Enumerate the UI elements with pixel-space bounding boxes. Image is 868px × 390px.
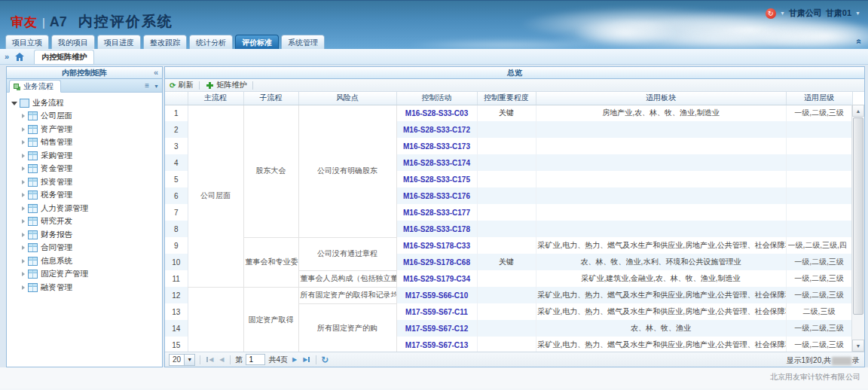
tree-expander-icon[interactable] — [11, 102, 17, 105]
tree-expander-icon[interactable] — [22, 233, 25, 237]
row-number-cell: 8 — [165, 221, 188, 237]
control-activity-link[interactable]: M16-S28-S33-C174 — [396, 154, 477, 171]
column-header[interactable] — [165, 92, 188, 105]
tree-node[interactable]: 资产管理 — [20, 123, 162, 136]
tree-expander-icon[interactable] — [22, 180, 25, 184]
control-activity-link[interactable]: M17-S59-S66-C10 — [396, 287, 477, 303]
tree-expander-icon[interactable] — [22, 259, 25, 264]
table-row[interactable]: 12固定资产取得所有固定资产的取得和记录均M17-S59-S66-C10采矿业,… — [165, 287, 852, 303]
tree-node[interactable]: 信息系统 — [20, 254, 162, 268]
tree-node[interactable]: 销售管理 — [20, 136, 162, 150]
tree-expander-icon[interactable] — [22, 272, 25, 276]
home-icon[interactable] — [15, 53, 24, 61]
prev-page-button[interactable]: ◀ — [218, 356, 225, 363]
vertical-scrollbar[interactable]: ▲ ▼ — [851, 105, 864, 352]
tree-node[interactable]: 财务报告 — [20, 228, 162, 242]
notification-icon[interactable]: ↻ — [766, 8, 776, 19]
tree-node[interactable]: 资金管理 — [20, 163, 162, 176]
chevron-double-icon[interactable]: » — [5, 52, 9, 61]
control-activity-link[interactable]: M16-S28-S33-C03 — [396, 105, 477, 121]
column-header[interactable]: 适用层级 — [786, 92, 852, 105]
control-activity-link[interactable]: M16-S28-S33-C176 — [396, 187, 477, 204]
tree-expander-icon[interactable] — [22, 285, 25, 290]
tree-node[interactable]: 融资管理 — [20, 281, 162, 294]
tree-expander-icon[interactable] — [22, 154, 25, 158]
sub-process-cell: 董事会和专业委员 — [243, 237, 298, 287]
row-number-cell: 9 — [165, 237, 188, 254]
nav-tab[interactable]: 我的项目 — [51, 35, 95, 49]
tree-node[interactable]: 合同管理 — [20, 242, 162, 255]
tree-expander-icon[interactable] — [22, 127, 25, 132]
tree-expander-icon[interactable] — [22, 206, 25, 211]
tree-expander-icon[interactable] — [22, 245, 25, 250]
caret-down-icon[interactable]: ▼ — [855, 11, 860, 16]
control-activity-link[interactable]: M16-S28-S33-C172 — [396, 121, 477, 138]
matrix-icon — [28, 138, 38, 147]
table-row[interactable]: 1公司层面股东大会公司没有明确股东M16-S28-S33-C03关键房地产业,农… — [165, 105, 852, 121]
tree-expander-icon[interactable] — [22, 166, 25, 171]
control-activity-link[interactable]: M17-S59-S67-C13 — [396, 337, 477, 352]
menu-icon[interactable]: ≡ — [145, 81, 149, 90]
censored-count — [832, 357, 851, 365]
table-row[interactable]: 9董事会和专业委员公司没有通过章程M16-S29-S178-C33采矿业,电力、… — [165, 237, 852, 254]
matrix-maintain-button[interactable]: 矩阵维护 — [203, 80, 249, 90]
record-info: 显示1到20,共 录 — [787, 355, 860, 366]
tree-node[interactable]: 研究开发 — [20, 215, 162, 229]
tree-node[interactable]: 固定资产管理 — [20, 268, 162, 282]
collapse-header-icon[interactable]: « — [854, 39, 865, 44]
page-size-select[interactable]: 20 ▼ — [169, 354, 195, 366]
breadcrumb-current-tab[interactable]: 内控矩阵维护 — [34, 50, 94, 64]
tree-node[interactable]: 公司层面 — [20, 110, 162, 123]
grid-toolbar: ⟳ 刷新 矩阵维护 — [165, 79, 864, 92]
scroll-down-icon[interactable]: ▼ — [852, 340, 864, 352]
last-page-button[interactable]: ▶ — [301, 356, 311, 363]
tree-node[interactable]: 人力资源管理 — [20, 202, 162, 215]
next-page-button[interactable]: ▶ — [291, 356, 298, 363]
column-header[interactable]: 子流程 — [243, 92, 298, 105]
control-activity-link[interactable]: M16-S29-S178-C68 — [396, 254, 477, 270]
control-activity-link[interactable]: M16-S28-S33-C178 — [396, 221, 477, 237]
main-area: 内部控制矩阵 « 业务流程 ≡ ▼ 业务流程公司层面资产管理销售管理采购管理资金… — [0, 65, 868, 367]
tree-node[interactable]: 投资管理 — [20, 175, 162, 189]
tree-expander-icon[interactable] — [22, 193, 25, 197]
control-activity-link[interactable]: M16-S29-S178-C33 — [396, 237, 477, 254]
caret-down-icon[interactable]: ▼ — [780, 11, 785, 16]
caret-down-icon[interactable]: ▼ — [154, 84, 159, 89]
nav-tab[interactable]: 评价标准 — [235, 35, 279, 49]
tree-node[interactable]: 业务流程 — [11, 96, 162, 110]
level-cell — [786, 204, 852, 221]
column-header[interactable]: 主流程 — [188, 92, 243, 105]
control-activity-link[interactable]: M17-S59-S67-C11 — [396, 303, 477, 320]
sector-cell — [536, 121, 786, 138]
nav-tab[interactable]: 系统管理 — [281, 35, 325, 49]
select-dropdown-icon[interactable]: ▼ — [184, 355, 194, 365]
tree-expander-icon[interactable] — [22, 114, 25, 118]
collapse-panel-icon[interactable]: « — [154, 67, 158, 78]
scroll-up-icon[interactable]: ▲ — [852, 105, 864, 117]
column-header[interactable]: 适用板块 — [536, 92, 786, 105]
nav-tab[interactable]: 项目进度 — [97, 35, 141, 49]
column-header[interactable]: 控制活动 — [396, 92, 477, 105]
scrollbar-thumb[interactable] — [853, 117, 863, 315]
level-cell — [786, 121, 852, 138]
tree-expander-icon[interactable] — [22, 140, 25, 145]
refresh-button[interactable]: ⟳ 刷新 — [167, 80, 195, 90]
tree-node[interactable]: 采购管理 — [20, 149, 162, 163]
page-number-input[interactable]: 1 — [246, 354, 265, 365]
control-activity-link[interactable]: M17-S59-S67-C12 — [396, 320, 477, 337]
column-header[interactable]: 风险点 — [298, 92, 396, 105]
control-activity-link[interactable]: M16-S29-S179-C34 — [396, 270, 477, 287]
reload-grid-icon[interactable]: ↻ — [321, 355, 329, 365]
control-activity-link[interactable]: M16-S28-S33-C173 — [396, 138, 477, 154]
first-page-button[interactable]: ◀ — [205, 356, 215, 363]
control-activity-link[interactable]: M16-S28-S33-C177 — [396, 204, 477, 221]
nav-tab[interactable]: 整改跟踪 — [143, 35, 187, 49]
nav-tab[interactable]: 统计分析 — [189, 35, 233, 49]
tree-expander-icon[interactable] — [22, 219, 25, 224]
control-activity-link[interactable]: M16-S28-S33-C175 — [396, 171, 477, 187]
matrix-icon — [28, 151, 38, 160]
sidebar-tab-business-process[interactable]: 业务流程 — [9, 80, 61, 93]
column-header[interactable]: 控制重要程度 — [477, 92, 536, 105]
nav-tab[interactable]: 项目立项 — [5, 35, 49, 49]
tree-node[interactable]: 税务管理 — [20, 189, 162, 203]
